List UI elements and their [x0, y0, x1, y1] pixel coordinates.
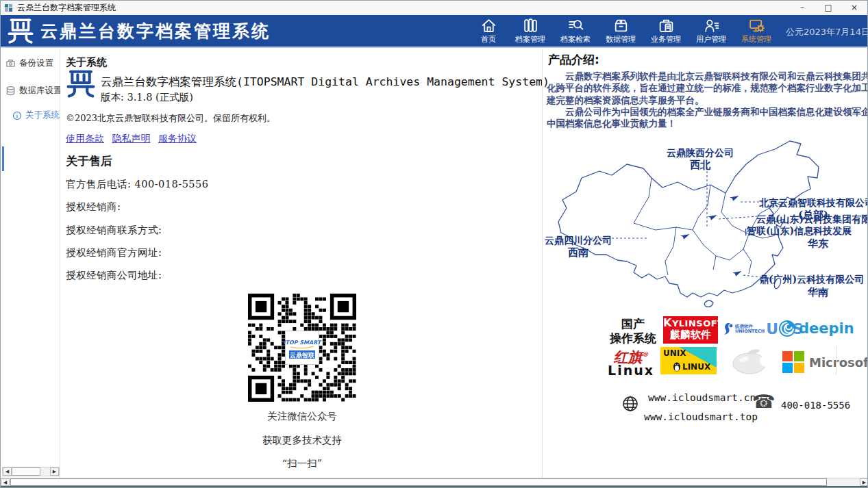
os-label-line1: 国产 — [602, 317, 665, 331]
scrollbar-thumb[interactable] — [10, 478, 827, 486]
scrollbar-track[interactable] — [10, 478, 860, 486]
unix-wordmark: UNIX — [663, 348, 686, 358]
nav-item-business-management[interactable]: 业务管理 — [643, 16, 689, 47]
after-sales-dealer-website: 授权经销商官方网址: — [66, 246, 162, 259]
telephone-icon: ☎ — [752, 391, 776, 412]
sidebar-active-indicator — [2, 146, 4, 171]
sidebar-item-about-system[interactable]: 关于系统 — [1, 110, 60, 121]
nav-label: 用户管理 — [696, 34, 726, 44]
legal-links: 使用条款 隐私声明 服务协议 — [66, 133, 201, 145]
after-sales-dealer: 授权经销商: — [66, 201, 121, 214]
nav-label: 档案管理 — [515, 34, 545, 44]
close-button[interactable]: × — [841, 1, 867, 15]
home-icon — [480, 17, 497, 34]
website-top: www.icloudsmart.top — [644, 411, 758, 422]
map-label-east-company2: 云鼎智联(山东)信息科技发展 — [745, 225, 868, 237]
intro-line: 中国档案信息化事业贡献力量！ — [547, 118, 868, 129]
current-date: 公元2023年7月14日 星期五 — [786, 26, 867, 38]
tux-penguin-icon — [673, 361, 681, 372]
backup-icon — [5, 58, 16, 68]
branch-region: 西北 — [660, 159, 740, 171]
product-intro-heading: 产品介绍: — [548, 52, 599, 68]
branch-region: 华南 — [796, 286, 840, 298]
deepin-logo: deepin — [778, 320, 854, 337]
terms-link[interactable]: 使用条款 — [66, 133, 104, 144]
uniontech-icon — [722, 322, 734, 335]
kylin-cn: 麒麟软件 — [663, 329, 718, 341]
uniontech-en: UNIONTECH — [735, 329, 765, 334]
os-label-line2: 操作系统 — [602, 331, 665, 346]
deepin-icon — [778, 320, 796, 337]
brand: 云鼎兰台数字档案管理系统 — [6, 16, 271, 45]
product-title: 云鼎兰台数字档案管理系统(ITOPSMART Digital Archives … — [101, 75, 549, 90]
scroll-right-arrow[interactable]: ▶ — [860, 478, 868, 486]
map-label-south: 云鼎(广州)云科技有限公司 — [760, 274, 868, 286]
nav-item-data-management[interactable]: 数据管理 — [598, 16, 643, 47]
product-intro-text: 云鼎数字档案系列软件是由北京云鼎智联科技有限公司和云鼎云科技集团共同开发的基 化… — [547, 70, 868, 129]
scroll-left-arrow[interactable]: ◀ — [1, 478, 10, 486]
nav-label: 数据管理 — [606, 34, 636, 44]
branch-company: 云鼎陕西分公司 — [660, 146, 740, 159]
sidebar-item-backup-settings[interactable]: 备份设置 — [1, 57, 60, 69]
after-sales-heading: 关于售后 — [66, 153, 112, 169]
deepin-wordmark: deepin — [799, 320, 854, 337]
title-bar: 云鼎兰台数字档案管理系统 – □ × — [1, 1, 867, 15]
linux-wordmark: LINUX — [682, 362, 710, 372]
product-logo-icon — [65, 68, 97, 99]
privacy-link[interactable]: 隐私声明 — [112, 133, 150, 144]
sidebar-item-database-settings[interactable]: 数据库设置 — [1, 85, 60, 97]
about-panel: 关于系统 云鼎兰台数字档案管理系统(ITOPSMART Digital Arch… — [60, 49, 542, 467]
branch-plane-markers — [680, 196, 742, 277]
branch-region: 华东 — [796, 237, 840, 250]
branch-company: 云鼎(广州)云科技有限公司 — [760, 274, 864, 286]
brand-logo-icon — [6, 16, 35, 45]
branch-company: 云鼎四川分公司 — [540, 234, 617, 246]
branch-region: 西南 — [540, 246, 617, 259]
after-sales-phone: 官方售后电话: 400-018-5556 — [66, 178, 209, 191]
scrollbar-track[interactable] — [12, 467, 50, 476]
intro-line: 云鼎公司作为中国领先的档案全产业链服务商和中国档案信息化建设领军企业愿与您一 — [547, 106, 868, 118]
scroll-right-arrow[interactable]: ▶ — [50, 467, 59, 476]
redflag-linux-logo: 红旗® Linux — [604, 348, 658, 377]
scrollbar-thumb[interactable] — [12, 467, 40, 476]
sidebar-item-label: 数据库设置 — [19, 85, 62, 97]
after-sales-dealer-address: 授权经销商公司地址: — [66, 269, 162, 282]
intro-line: 建完整的档案资源信息共享服务平台。 — [547, 94, 868, 106]
brand-title: 云鼎兰台数字档案管理系统 — [40, 20, 271, 42]
apple-logo — [723, 346, 778, 376]
search-list-icon — [567, 17, 584, 34]
scroll-left-arrow[interactable]: ◀ — [3, 467, 12, 476]
maximize-button[interactable]: □ — [815, 1, 841, 15]
intro-line: 化跨平台的软件系统，旨在通过建立统一的标准，规范整个档案行业数字化加工和电子化管 — [547, 82, 868, 94]
nav-label: 系统管理 — [741, 34, 771, 44]
domestic-os-label: 国产 操作系统 — [602, 317, 665, 346]
intro-line: 云鼎数字档案系列软件是由北京云鼎智联科技有限公司和云鼎云科技集团共同开发的基 — [547, 70, 868, 82]
product-version: 版本: 3.1.8 (正式版) — [101, 91, 193, 104]
nav-item-user-management[interactable]: 用户管理 — [689, 16, 734, 47]
database-icon — [5, 86, 16, 96]
monitor-gear-icon — [748, 17, 765, 34]
kylin-en: YLINSOFT — [672, 318, 718, 329]
branch-company: 云鼎智联(山东)信息科技发展 — [745, 225, 852, 237]
nav-item-system-management[interactable]: 系统管理 — [734, 16, 779, 47]
service-agreement-link[interactable]: 服务协议 — [158, 133, 197, 144]
map-label-east-company1: 云鼎(山东)云科技集团有限公司 — [756, 213, 868, 225]
nav-label: 首页 — [481, 34, 496, 44]
globe-icon — [622, 396, 638, 412]
top-navbar: 云鼎兰台数字档案管理系统 首页 档案管理 档案检索 — [1, 15, 867, 48]
map-label-east-region: 华东 — [796, 237, 840, 250]
qr-caption-1: 关注微信公众号 — [244, 410, 360, 423]
logo-divider — [836, 346, 836, 375]
sidebar-horizontal-scrollbar: ◀ ▶ — [2, 467, 60, 476]
nav-label: 业务管理 — [651, 34, 681, 44]
nav-menu: 首页 档案管理 档案检索 数据管理 — [469, 16, 779, 47]
qr-caption-2: 获取更多技术支持 — [244, 434, 360, 447]
microsoft-squares-icon — [782, 351, 804, 373]
branch-company: 云鼎(山东)云科技集团有限公司 — [756, 213, 868, 225]
nav-item-home[interactable]: 首页 — [469, 16, 508, 47]
redflag-reg: ® — [643, 351, 649, 358]
nav-item-archive-management[interactable]: 档案管理 — [508, 16, 553, 47]
nav-item-archive-search[interactable]: 档案检索 — [553, 16, 598, 47]
unix-linux-logo: UNIX LINUX — [660, 347, 717, 374]
minimize-button[interactable]: – — [789, 1, 815, 15]
